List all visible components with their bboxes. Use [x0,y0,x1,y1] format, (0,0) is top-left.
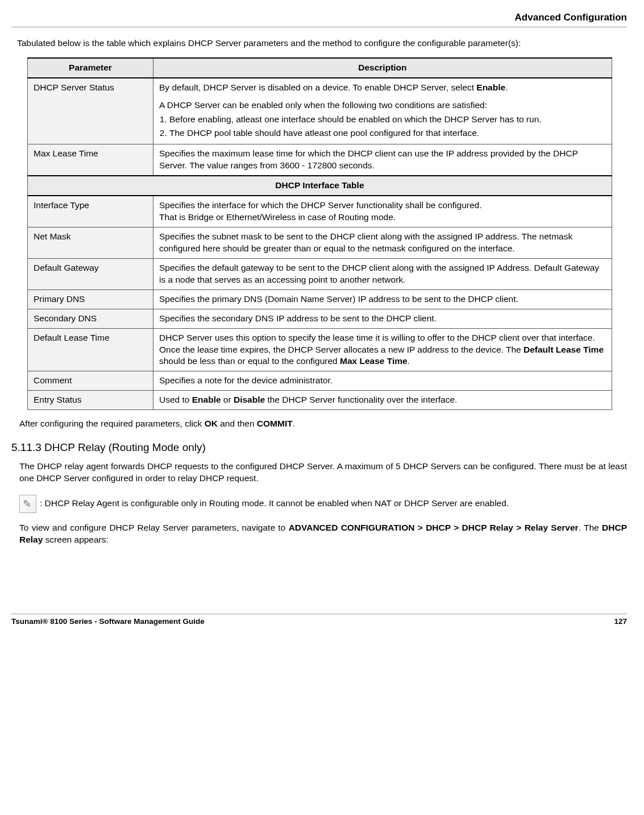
page-header-title: Advanced Configuration [11,11,627,24]
desc-cell: Specifies the secondary DNS IP address t… [153,309,612,328]
desc-cell: DHCP Server uses this option to specify … [153,328,612,371]
bold: ADVANCED CONFIGURATION > DHCP > DHCP Rel… [289,523,579,532]
param-cell: Interface Type [28,196,153,227]
footer-right: 127 [614,617,627,627]
desc-text: Specifies the interface for which the DH… [159,200,481,210]
table-row: Entry Status Used to Enable or Disable t… [28,391,612,410]
col-header-description: Description [153,58,612,78]
table-row: Interface Type Specifies the interface f… [28,196,612,227]
section-paragraph: The DHCP relay agent forwards DHCP reque… [19,461,627,485]
after-table-paragraph: After configuring the required parameter… [19,418,627,430]
text: To view and configure DHCP Relay Server … [19,523,289,532]
param-cell: Entry Status [28,391,153,410]
desc-cell: By default, DHCP Server is disabled on a… [153,78,612,144]
param-cell: Max Lease Time [28,144,153,176]
condition-item: Before enabling, atleast one interface s… [169,114,606,126]
nav-paragraph: To view and configure DHCP Relay Server … [19,522,627,546]
subheader-cell: DHCP Interface Table [28,176,612,196]
footer-left: Tsunami® 8100 Series - Software Manageme… [11,617,205,627]
param-cell: Secondary DNS [28,309,153,328]
table-row: Default Lease Time DHCP Server uses this… [28,328,612,371]
note-icon [19,495,36,513]
desc-text: . [408,356,410,366]
table-row: Primary DNS Specifies the primary DNS (D… [28,289,612,309]
desc-text: Used to [159,395,192,404]
text: screen appears: [43,535,108,544]
desc-cell: Specifies the maximum lease time for whi… [153,144,612,176]
footer-rule [11,614,627,614]
desc-bold: Max Lease Time [340,356,408,366]
text: . [293,419,295,428]
intro-paragraph: Tabulated below is the table which expla… [17,38,627,49]
table-row: Default Gateway Specifies the default ga… [28,258,612,289]
table-row: Secondary DNS Specifies the secondary DN… [28,309,612,328]
desc-cell: Specifies the primary DNS (Domain Name S… [153,289,612,309]
desc-text: . [505,82,508,92]
text: . The [579,523,602,532]
desc-bold: Disable [234,395,265,404]
desc-text: the DHCP Server functionality over the i… [265,395,457,404]
bold: COMMIT [257,419,293,428]
desc-cell: Specifies the default gateway to be sent… [153,258,612,289]
desc-bold: Enable [476,82,505,92]
param-cell: DHCP Server Status [28,78,153,144]
note-row: : DHCP Relay Agent is configurable only … [19,495,627,513]
section-heading: 5.11.3 DHCP Relay (Routing Mode only) [11,440,627,455]
desc-text: By default, DHCP Server is disabled on a… [159,82,476,92]
desc-cell: Specifies the interface for which the DH… [153,196,612,227]
desc-cell: Used to Enable or Disable the DHCP Serve… [153,391,612,410]
table-header-row: Parameter Description [28,58,612,78]
desc-text: or [221,395,234,404]
table-row: DHCP Server Status By default, DHCP Serv… [28,78,612,144]
param-cell: Default Lease Time [28,328,153,371]
text: and then [218,419,257,428]
note-text: : DHCP Relay Agent is configurable only … [40,498,509,510]
desc-cell: Specifies a note for the device administ… [153,371,612,391]
param-cell: Primary DNS [28,289,153,309]
table-subheader-row: DHCP Interface Table [28,176,612,196]
table-row: Net Mask Specifies the subnet mask to be… [28,227,612,259]
text: After configuring the required parameter… [19,419,205,428]
param-cell: Net Mask [28,227,153,259]
bold: OK [205,419,218,428]
table-row: Comment Specifies a note for the device … [28,371,612,391]
page-footer: Tsunami® 8100 Series - Software Manageme… [11,617,627,627]
condition-item: The DHCP pool table should have atleast … [169,127,606,139]
param-cell: Default Gateway [28,258,153,289]
desc-text: A DHCP Server can be enabled only when t… [159,100,606,111]
dhcp-parameter-table: Parameter Description DHCP Server Status… [27,57,612,410]
header-rule [11,27,627,27]
param-cell: Comment [28,371,153,391]
desc-bold: Default Lease Time [523,345,604,354]
desc-text: That is Bridge or Ethernet/Wireless in c… [159,212,396,222]
col-header-parameter: Parameter [28,58,153,78]
desc-bold: Enable [192,395,221,404]
table-row: Max Lease Time Specifies the maximum lea… [28,144,612,176]
desc-cell: Specifies the subnet mask to be sent to … [153,227,612,259]
desc-text: should be less than or equal to the conf… [159,356,340,366]
